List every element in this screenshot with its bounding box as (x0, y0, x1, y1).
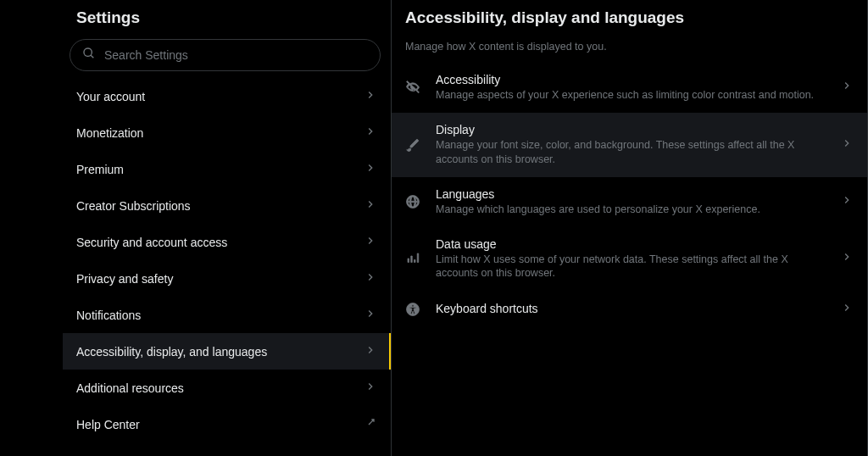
settings-sidebar: Settings Your accountMonetizationPremium… (63, 0, 392, 456)
sidebar-item-your-account[interactable]: Your account (63, 78, 391, 114)
sidebar-item-label: Creator Subscriptions (76, 199, 191, 213)
chevron-right-icon (364, 197, 377, 214)
sidebar-item-label: Monetization (76, 126, 143, 140)
accessibility-person-icon (405, 302, 420, 317)
sidebar-item-label: Help Center (76, 418, 140, 431)
detail-subtitle: Manage how X content is displayed to you… (392, 32, 867, 63)
detail-title: Accessibility, display and languages (405, 8, 854, 27)
sidebar-item-help-center[interactable]: Help Center (63, 406, 391, 442)
option-description: Manage your font size, color, and backgr… (436, 138, 825, 167)
chevron-right-icon (364, 88, 377, 104)
sidebar-item-label: Premium (76, 163, 124, 176)
sidebar-item-additional-resources[interactable]: Additional resources (63, 370, 391, 406)
chevron-right-icon (840, 250, 854, 267)
chevron-right-icon (364, 343, 377, 359)
chevron-right-icon (364, 270, 377, 286)
sidebar-item-label: Accessibility, display, and languages (76, 345, 267, 359)
chevron-right-icon (840, 136, 854, 153)
sidebar-item-label: Privacy and safety (76, 272, 173, 286)
sidebar-item-notifications[interactable]: Notifications (63, 297, 391, 333)
option-title: Languages (436, 187, 825, 201)
chevron-right-icon (840, 79, 854, 96)
option-description: Limit how X uses some of your network da… (436, 253, 825, 281)
option-title: Display (436, 123, 825, 136)
sidebar-item-monetization[interactable]: Monetization (63, 114, 391, 151)
search-settings[interactable] (70, 39, 381, 71)
bars-icon (405, 251, 420, 266)
search-input[interactable] (104, 48, 368, 62)
sidebar-item-creator-subscriptions[interactable]: Creator Subscriptions (63, 187, 391, 224)
chevron-right-icon (364, 161, 377, 177)
chevron-right-icon (840, 301, 854, 318)
sidebar-item-label: Your account (76, 90, 145, 103)
search-icon (82, 47, 96, 64)
option-accessibility[interactable]: AccessibilityManage aspects of your X ex… (392, 63, 867, 113)
chevron-right-icon (364, 380, 377, 396)
option-keyboard-shortcuts[interactable]: Keyboard shortcuts (392, 291, 867, 328)
option-display[interactable]: DisplayManage your font size, color, and… (392, 113, 867, 177)
sidebar-item-label: Additional resources (76, 381, 184, 395)
sidebar-item-privacy-and-safety[interactable]: Privacy and safety (63, 260, 391, 297)
brush-icon (405, 137, 420, 153)
option-title: Data usage (436, 237, 825, 251)
sidebar-item-accessibility-display-and-languages[interactable]: Accessibility, display, and languages (63, 333, 391, 370)
option-data-usage[interactable]: Data usageLimit how X uses some of your … (392, 227, 867, 292)
chevron-right-icon (364, 307, 377, 323)
settings-detail: Accessibility, display and languages Man… (392, 0, 868, 456)
sidebar-item-label: Notifications (76, 309, 141, 322)
sidebar-item-label: Security and account access (76, 236, 227, 249)
globe-icon (405, 194, 420, 209)
option-languages[interactable]: LanguagesManage which languages are used… (392, 177, 867, 227)
eye-off-icon (405, 80, 420, 95)
page-title: Settings (76, 8, 377, 27)
option-description: Manage aspects of your X experience such… (436, 88, 825, 103)
option-title: Accessibility (436, 73, 825, 86)
option-title: Keyboard shortcuts (436, 302, 825, 315)
chevron-right-icon (840, 193, 854, 210)
chevron-right-icon (364, 234, 377, 250)
sidebar-item-premium[interactable]: Premium (63, 151, 391, 187)
sidebar-item-security-and-account-access[interactable]: Security and account access (63, 224, 391, 260)
external-link-icon (364, 416, 377, 432)
chevron-right-icon (364, 125, 377, 141)
option-description: Manage which languages are used to perso… (436, 203, 825, 217)
